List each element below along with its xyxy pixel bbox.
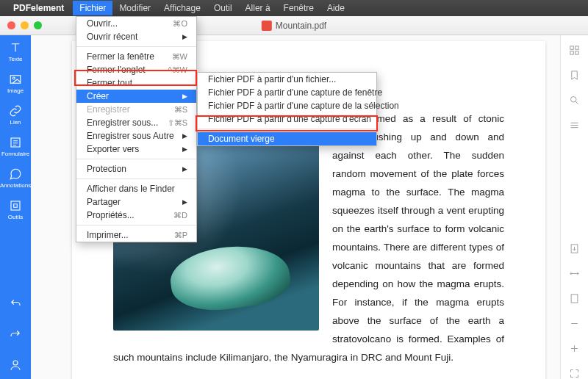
document-name: Mountain.pdf — [276, 21, 326, 31]
file-menu-item-10[interactable]: Exporter vers▶ — [76, 142, 196, 156]
svg-rect-6 — [576, 46, 578, 48]
file-menu-item-14[interactable]: Afficher dans le Finder — [76, 182, 196, 195]
redo-button[interactable] — [9, 328, 22, 341]
svg-rect-3 — [11, 201, 20, 210]
menu-fenêtre[interactable]: Fenêtre — [277, 1, 320, 15]
file-menu-item-3[interactable]: Fermer la fenêtre⌘W — [76, 50, 196, 63]
link-tool[interactable]: Lien — [9, 104, 22, 126]
bookmark-icon[interactable] — [569, 69, 581, 81]
list-icon[interactable] — [569, 119, 581, 131]
file-menu-item-4[interactable]: Fermer l'onglet^⌘W — [76, 63, 196, 76]
create-submenu-item-5[interactable]: Document vierge — [198, 132, 376, 145]
user-button[interactable] — [9, 358, 22, 372]
menubar: PDFelement FichierModifierAffichageOutil… — [0, 0, 588, 16]
next-page-icon[interactable] — [569, 242, 581, 254]
pdf-file-icon — [262, 21, 272, 31]
create-submenu: Fichier PDF à partir d'un fichier...Fich… — [197, 72, 377, 146]
menu-outil[interactable]: Outil — [207, 1, 239, 15]
menu-modifier[interactable]: Modifier — [112, 1, 157, 15]
search-icon[interactable] — [569, 94, 581, 106]
svg-rect-8 — [576, 51, 578, 54]
file-menu-item-6[interactable]: Créer▶ — [76, 90, 196, 103]
file-menu-item-18[interactable]: Imprimer...⌘P — [76, 228, 196, 242]
create-submenu-item-3[interactable]: Fichier PDF à partir d'une capture d'écr… — [198, 112, 376, 126]
file-menu-item-15[interactable]: Partager▶ — [76, 195, 196, 209]
file-menu-item-5[interactable]: Fermer tout — [76, 76, 196, 90]
menu-aller à[interactable]: Aller à — [239, 1, 277, 15]
right-toolbar — [560, 35, 588, 379]
text-tool[interactable]: Texte — [8, 41, 22, 62]
form-tool[interactable]: Formulaire — [1, 136, 29, 157]
create-submenu-item-1[interactable]: Fichier PDF à partir d'une capture de fe… — [198, 86, 376, 99]
document-title: Mountain.pdf — [262, 21, 326, 31]
svg-point-1 — [12, 77, 15, 79]
svg-rect-0 — [10, 76, 21, 84]
image-tool[interactable]: Image — [7, 73, 24, 94]
zoom-window-button[interactable] — [34, 21, 42, 29]
fit-page-icon[interactable] — [569, 292, 581, 304]
undo-button[interactable] — [9, 297, 22, 310]
file-menu-item-9[interactable]: Enregistrer sous Autre▶ — [76, 129, 196, 142]
annot-tool[interactable]: Annotations — [0, 167, 31, 189]
file-menu-item-12[interactable]: Protection▶ — [76, 162, 196, 176]
menu-fichier[interactable]: Fichier — [73, 1, 112, 15]
file-menu-item-16[interactable]: Propriétés...⌘D — [76, 209, 196, 222]
close-window-button[interactable] — [7, 21, 15, 29]
svg-point-4 — [13, 361, 18, 365]
thumbnails-icon[interactable] — [569, 44, 581, 56]
create-submenu-item-2[interactable]: Fichier PDF à partir d'une capture de la… — [198, 99, 376, 112]
file-menu-item-7: Enregistrer⌘S — [76, 103, 196, 116]
zoom-in-icon[interactable] — [569, 342, 581, 354]
menu-affichage[interactable]: Affichage — [157, 1, 207, 15]
zoom-out-icon[interactable] — [569, 317, 581, 329]
svg-point-9 — [571, 96, 577, 102]
traffic-lights — [7, 21, 42, 29]
file-menu: Ouvrir...⌘OOuvrir récent▶Fermer la fenêt… — [76, 16, 197, 242]
svg-rect-5 — [570, 46, 573, 48]
file-menu-item-0[interactable]: Ouvrir...⌘O — [76, 17, 196, 30]
svg-rect-11 — [571, 294, 578, 302]
tools-tool[interactable]: Outils — [8, 199, 23, 220]
file-menu-item-1[interactable]: Ouvrir récent▶ — [76, 30, 196, 43]
fit-width-icon[interactable] — [569, 267, 581, 279]
left-toolbar: TexteImageLienFormulaireAnnotationsOutil… — [0, 35, 31, 379]
file-menu-item-8[interactable]: Enregistrer sous...⇧⌘S — [76, 116, 196, 129]
minimize-window-button[interactable] — [21, 21, 29, 29]
create-submenu-item-0[interactable]: Fichier PDF à partir d'un fichier... — [198, 73, 376, 86]
menu-aide[interactable]: Aide — [320, 1, 351, 15]
svg-rect-7 — [570, 51, 573, 54]
fullscreen-icon[interactable] — [569, 367, 581, 379]
app-name[interactable]: PDFelement — [13, 3, 64, 13]
